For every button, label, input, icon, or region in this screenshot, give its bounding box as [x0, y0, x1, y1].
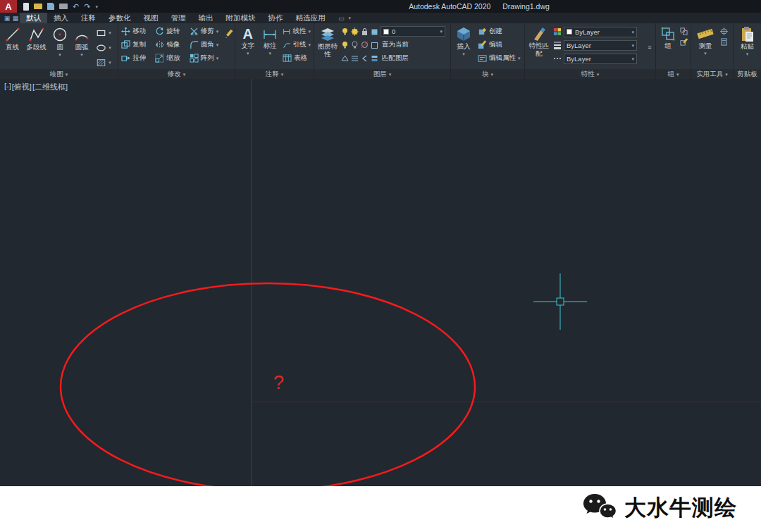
- layer-off-icon[interactable]: [361, 41, 369, 49]
- linear-button[interactable]: 线性▾: [281, 25, 312, 38]
- tab-home[interactable]: 默认: [20, 13, 47, 23]
- match-properties-button[interactable]: 特性匹配: [526, 25, 552, 69]
- quick-calc-icon[interactable]: [720, 38, 728, 46]
- array-chevron-icon[interactable]: ▾: [216, 56, 219, 61]
- question-mark-text[interactable]: ?: [273, 372, 284, 393]
- tab-view[interactable]: 视图: [137, 13, 165, 23]
- redo-icon[interactable]: ↷: [84, 2, 90, 11]
- red-ellipse[interactable]: [61, 283, 475, 486]
- panel-layers-footer[interactable]: 图层▾: [314, 69, 450, 79]
- stretch-button[interactable]: 拉伸: [120, 51, 154, 65]
- mirror-button[interactable]: 镜像: [154, 38, 187, 51]
- dimension-button[interactable]: 标注 ▾: [259, 25, 282, 69]
- fillet-chevron-icon[interactable]: ▾: [216, 42, 219, 47]
- ribbon-display-icon[interactable]: ▭: [338, 15, 346, 22]
- copy-button[interactable]: 复制: [120, 38, 154, 51]
- lineweight-dropdown[interactable]: ByLayer ▾: [564, 40, 637, 51]
- viewport-view-control[interactable]: [俯视]: [12, 82, 32, 92]
- insert-chevron-icon[interactable]: ▾: [462, 51, 465, 56]
- circle-chevron-icon[interactable]: ▾: [58, 52, 61, 57]
- insert-block-button[interactable]: 插入 ▾: [452, 25, 475, 69]
- layer-walk-icon[interactable]: [341, 54, 349, 63]
- edit-attributes-chevron-icon[interactable]: ▾: [518, 56, 521, 61]
- paste-button[interactable]: 粘贴 ▾: [736, 25, 760, 69]
- panel-modify-footer[interactable]: 修改▾: [118, 69, 235, 79]
- arc-chevron-icon[interactable]: ▾: [80, 52, 83, 57]
- panel-annotate-footer[interactable]: 注释▾: [235, 69, 314, 79]
- scale-button[interactable]: 缩放: [154, 51, 187, 65]
- open-file-icon[interactable]: [34, 2, 42, 11]
- panel-draw-footer[interactable]: 绘图▾: [0, 69, 118, 79]
- layer-prev-icon[interactable]: [361, 54, 369, 63]
- workspace-icon[interactable]: ▣: [3, 13, 11, 23]
- trim-chevron-icon[interactable]: ▾: [216, 29, 219, 34]
- layer-isolate-icon[interactable]: [341, 41, 349, 49]
- rectangle-button[interactable]: ▾: [94, 26, 113, 39]
- array-button[interactable]: 阵列▾: [188, 51, 223, 65]
- layer-unisolate-icon[interactable]: [351, 41, 359, 49]
- linetype-dropdown[interactable]: ByLayer ▾: [564, 54, 637, 64]
- drawing-canvas[interactable]: [-] [俯视] [二维线框] ?: [0, 79, 761, 486]
- dimension-chevron-icon[interactable]: ▾: [268, 51, 271, 56]
- erase-button[interactable]: [223, 27, 235, 40]
- circle-button[interactable]: 圆 ▾: [49, 25, 70, 69]
- table-button[interactable]: 表格: [281, 51, 312, 65]
- viewport-minimize-control[interactable]: [-]: [4, 82, 11, 92]
- trim-button[interactable]: 修剪▾: [188, 25, 223, 38]
- move-button[interactable]: 移动: [120, 25, 154, 38]
- panel-utilities-footer[interactable]: 实用工具▾: [691, 69, 733, 79]
- tab-featured-apps[interactable]: 精选应用: [290, 13, 332, 23]
- panel-block-footer[interactable]: 块▾: [451, 69, 524, 79]
- panel-clipboard-footer[interactable]: 剪贴板: [734, 69, 761, 79]
- panel-groups-footer[interactable]: 组▾: [656, 69, 691, 79]
- plot-icon[interactable]: [59, 2, 68, 11]
- tab-insert[interactable]: 插入: [47, 13, 75, 23]
- measure-chevron-icon[interactable]: ▾: [704, 51, 707, 56]
- tab-parametric[interactable]: 参数化: [102, 13, 137, 23]
- layer-properties-button[interactable]: 图层特性: [316, 25, 340, 69]
- match-layer-button[interactable]: 匹配图层: [380, 53, 410, 64]
- layer-state-icon[interactable]: [371, 54, 378, 63]
- layer-freeze-icon[interactable]: [351, 27, 359, 36]
- edit-block-button[interactable]: 编辑: [476, 38, 523, 51]
- layer-on-icon[interactable]: [341, 27, 349, 36]
- layer-dropdown[interactable]: 0 ▾: [380, 26, 445, 37]
- layer-lock-icon[interactable]: [361, 27, 369, 36]
- menu-grid-icon[interactable]: ▦: [11, 13, 20, 23]
- tab-addins[interactable]: 附加模块: [220, 13, 262, 23]
- undo-icon[interactable]: ↶: [73, 2, 79, 11]
- ribbon-display-chevron-icon[interactable]: ▾: [349, 16, 352, 20]
- ellipse-tool-button[interactable]: ▾: [94, 41, 113, 54]
- polyline-button[interactable]: 多段线: [23, 25, 49, 69]
- rotate-button[interactable]: 旋转: [154, 25, 187, 38]
- group-edit-icon[interactable]: [680, 38, 688, 46]
- viewport-visual-style-control[interactable]: [二维线框]: [32, 82, 68, 92]
- leader-chevron-icon[interactable]: ▾: [308, 42, 311, 47]
- text-button[interactable]: A 文字 ▾: [237, 25, 259, 69]
- ungroup-icon[interactable]: [680, 27, 688, 35]
- layer-thaw-icon[interactable]: [371, 41, 378, 49]
- create-block-button[interactable]: 创建: [476, 25, 523, 38]
- tab-output[interactable]: 输出: [192, 13, 220, 23]
- leader-button[interactable]: 引线▾: [281, 38, 312, 51]
- layer-merge-icon[interactable]: [351, 54, 359, 63]
- tab-annotate[interactable]: 注释: [75, 13, 102, 23]
- set-current-button[interactable]: 置为当前: [380, 39, 410, 51]
- linear-chevron-icon[interactable]: ▾: [308, 29, 311, 34]
- group-button[interactable]: 组: [657, 25, 679, 69]
- tab-collaborate[interactable]: 协作: [262, 13, 290, 23]
- qat-dropdown-icon[interactable]: ▾: [95, 2, 98, 11]
- autocad-logo[interactable]: A: [0, 0, 17, 13]
- object-color-dropdown[interactable]: ByLayer ▾: [564, 27, 637, 37]
- hatch-button[interactable]: ▾: [94, 56, 113, 69]
- line-button[interactable]: 直线: [1, 25, 23, 69]
- fillet-button[interactable]: 圆角▾: [188, 38, 223, 51]
- save-icon[interactable]: [47, 2, 54, 11]
- edit-attributes-button[interactable]: 编辑属性▾: [476, 51, 523, 65]
- properties-palette-icon[interactable]: ≡: [645, 25, 654, 69]
- layer-color-icon[interactable]: [371, 27, 378, 36]
- id-point-icon[interactable]: [720, 27, 728, 35]
- tab-manage[interactable]: 管理: [165, 13, 192, 23]
- text-chevron-icon[interactable]: ▾: [247, 51, 249, 56]
- new-file-icon[interactable]: [23, 2, 29, 11]
